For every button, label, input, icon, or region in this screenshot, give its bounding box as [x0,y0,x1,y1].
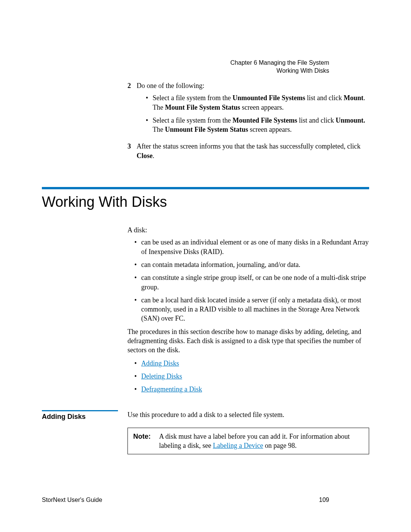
link-bullet: • Defragmenting a Disk [134,385,369,394]
link-labeling-device[interactable]: Labeling a Device [213,442,263,449]
page-footer: StorNext User's Guide 109 [42,497,329,503]
section-title: Working With Disks [42,194,369,210]
side-heading-adding-disks: Adding Disks [42,410,127,421]
section-divider [42,187,369,189]
disk-bullet: • can contain metadata information, jour… [134,260,369,269]
note-box: Note: A disk must have a label before yo… [127,428,369,455]
step-2-bullet-2: • Select a file system from the Mounted … [146,116,369,134]
step-number: 3 [127,142,137,160]
link-defragmenting-disk[interactable]: Defragmenting a Disk [141,385,202,393]
note-label: Note: [133,432,159,451]
footer-page-number: 109 [319,497,329,503]
step-3: 3 After the status screen informs you th… [127,142,369,160]
header-chapter: Chapter 6 Managing the File System [230,59,329,67]
adding-disks-intro: Use this procedure to add a disk to a se… [127,410,369,419]
disk-bullet: • can be used as an individual element o… [134,238,369,256]
step-2: 2 Do one of the following: • Select a fi… [127,81,369,138]
step-number: 2 [127,81,137,138]
link-bullet: • Adding Disks [134,359,369,368]
link-bullet: • Deleting Disks [134,372,369,381]
page-header: Chapter 6 Managing the File System Worki… [230,59,329,75]
link-deleting-disks[interactable]: Deleting Disks [141,372,182,380]
disk-intro: A disk: [127,225,369,235]
disk-bullet: • can constitute a single stripe group i… [134,273,369,292]
procedures-paragraph: The procedures in this section describe … [127,327,369,355]
step-2-intro: Do one of the following: [137,81,369,90]
note-text: A disk must have a label before you can … [159,432,363,451]
disk-bullet: • can be a local hard disk located insid… [134,296,369,323]
step-2-bullet-1: • Select a file system from the Unmounte… [146,93,369,112]
link-adding-disks[interactable]: Adding Disks [141,359,179,367]
header-section: Working With Disks [230,67,329,75]
footer-left: StorNext User's Guide [42,497,102,503]
